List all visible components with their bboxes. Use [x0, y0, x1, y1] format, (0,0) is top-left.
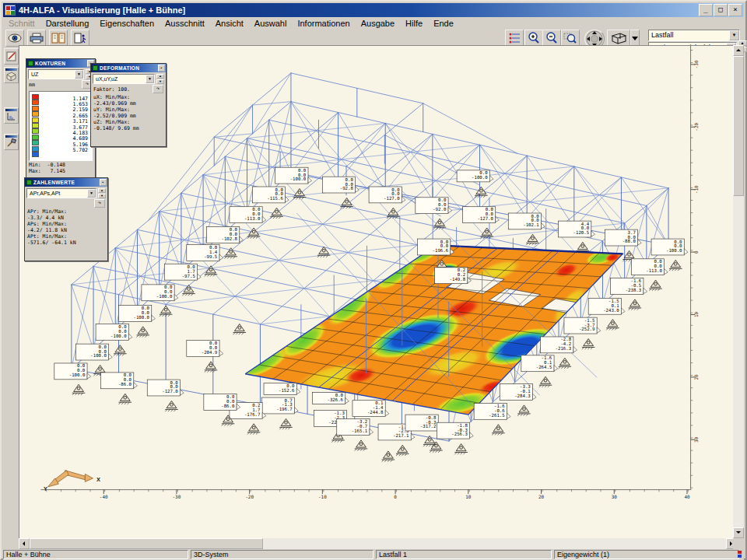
sketch-tool-button[interactable]	[4, 48, 19, 65]
zoom-window-button[interactable]	[561, 30, 580, 47]
node-value-label: 0.0-326.6	[313, 393, 349, 404]
maximize-button[interactable]: □	[714, 4, 728, 16]
scale-color-9	[32, 146, 39, 152]
menu-informationen[interactable]: Informationen	[292, 18, 355, 29]
support-icon	[355, 440, 368, 451]
zahlenwerte-row-value: -571.6/ -64.1 kN	[27, 240, 105, 246]
node-value-label: 0.00.0-92.0	[416, 198, 452, 214]
svg-text:-252.9: -252.9	[579, 327, 595, 331]
menu-ende[interactable]: Ende	[428, 18, 459, 29]
view-3d-dropdown[interactable]	[630, 30, 640, 47]
left-toolbar	[3, 47, 19, 535]
menu-eigenschaften[interactable]: Eigenschaften	[94, 18, 160, 29]
svg-text:-113.0: -113.0	[244, 216, 261, 221]
vscroll-thumb[interactable]	[733, 56, 744, 196]
svg-text:-204.9: -204.9	[202, 350, 218, 355]
menu-hilfe[interactable]: Hilfe	[400, 18, 428, 29]
scale-color-4	[32, 117, 39, 123]
zoom-in-button[interactable]	[524, 30, 543, 47]
zoom-out-button[interactable]	[542, 30, 561, 47]
print-button[interactable]	[27, 30, 46, 47]
node-value-label: 0.00.0-100.0	[651, 239, 688, 255]
scroll-down-icon[interactable]	[733, 527, 744, 538]
node-value-label: 0.00.0-100.0	[119, 306, 156, 322]
vertical-scrollbar[interactable]	[733, 45, 744, 538]
svg-text:-326.6: -326.6	[327, 397, 343, 402]
svg-text:-115.6: -115.6	[267, 196, 283, 201]
menu-ausschnitt[interactable]: Ausschnitt	[160, 18, 210, 29]
close-button[interactable]: ×	[728, 4, 742, 16]
zahlenwerte-title[interactable]: ZAHLENWERTE▪	[25, 178, 107, 187]
konturen-title[interactable]: KONTUREN▪	[26, 59, 95, 68]
node-value-label: 0.00.0-86.0	[101, 373, 138, 389]
svg-text:-243.0: -243.0	[603, 308, 619, 313]
deformation-dropdown[interactable]: uX,uY,uZ▼	[93, 74, 155, 84]
svg-text:-165.1: -165.1	[352, 429, 368, 433]
close-icon[interactable]: ▪	[100, 179, 107, 186]
deformation-panel: DEFORMATION▪ uX,uY,uZ▼ ▲▼ Faktor: 100.↷ …	[90, 63, 167, 147]
deformation-title[interactable]: DEFORMATION▪	[91, 64, 166, 72]
node-value-label: 0.00.0-127.0	[147, 380, 184, 396]
scale-color-10	[32, 152, 39, 157]
status-lastfall: Lastfall 1	[376, 550, 552, 559]
panel-icon	[93, 65, 98, 71]
node-value-label: -1.50.1-243.0	[588, 298, 625, 314]
svg-text:-100.0: -100.0	[90, 353, 107, 358]
chevron-down-icon[interactable]: ▼	[87, 189, 96, 198]
view-3d-button[interactable]	[607, 30, 630, 47]
support-icon	[517, 405, 531, 416]
hammer-tool-button[interactable]	[4, 134, 19, 150]
apply-button[interactable]: ↷	[153, 85, 163, 93]
node-value-label: -3.3-0.1-284.3	[500, 384, 536, 401]
svg-text:-216.3: -216.3	[556, 346, 572, 351]
svg-text:-127.0: -127.0	[477, 216, 493, 221]
hscroll-thumb[interactable]	[30, 538, 263, 549]
node-value-label: 0.00.0-92.8	[322, 177, 359, 193]
scroll-left-icon[interactable]	[19, 538, 30, 549]
close-icon[interactable]: ▪	[158, 65, 165, 72]
menu-ansicht[interactable]: Ansicht	[210, 18, 249, 29]
chevron-down-icon[interactable]: ▼	[75, 70, 83, 79]
toolbar: Lastfall▼ 1: Eigengewicht (1)▼ ▲▼	[3, 30, 744, 47]
menu-auswahl[interactable]: Auswahl	[249, 18, 293, 29]
svg-text:-88.0: -88.0	[622, 239, 637, 243]
svg-text:-152.6: -152.6	[279, 388, 295, 393]
y-axis-label: Y	[44, 485, 47, 492]
book-button[interactable]	[49, 30, 68, 47]
menu-darstellung[interactable]: Darstellung	[40, 18, 95, 29]
scale-color-3	[32, 111, 39, 117]
node-value-label: 0.00.0-115.6	[252, 187, 289, 203]
visibility-tree-button[interactable]	[505, 30, 524, 47]
model-box-button[interactable]	[4, 67, 19, 83]
konturen-min: Min: -0.148	[29, 163, 93, 168]
drawing-canvas[interactable]: 0.00.0-100.00.00.0-115.60.00.0-113.00.00…	[19, 45, 737, 538]
konturen-dropdown[interactable]: UZ▼	[28, 69, 84, 79]
zahlenwerte-spinner[interactable]: ▲▼	[98, 188, 106, 198]
scroll-up-icon[interactable]	[733, 45, 744, 56]
chevron-down-icon[interactable]: ▼	[729, 30, 739, 40]
chevron-down-icon[interactable]: ▼	[146, 75, 154, 83]
konturen-unit: mm	[29, 82, 35, 88]
konturen-max: Max: 7.145	[29, 169, 93, 174]
deformation-row-value: -2.52/0.909 mm	[93, 114, 163, 119]
zahlenwerte-row-label: APr: Min/Max:	[27, 209, 105, 215]
minimize-button[interactable]: _	[699, 4, 713, 16]
ruler-label: 0	[693, 250, 699, 254]
scale-color-5	[32, 123, 39, 128]
svg-text:-196.7: -196.7	[276, 407, 293, 411]
status-project: Halle + Bühne	[3, 550, 188, 559]
svg-text:-284.3: -284.3	[514, 394, 531, 398]
node-value-label: 0.00.0-113.0	[230, 207, 266, 223]
status-bar: Halle + Bühne 3D-System Lastfall 1 Eigen…	[3, 549, 744, 560]
menu-ausgabe[interactable]: Ausgabe	[356, 18, 400, 29]
zahlenwerte-dropdown[interactable]: APr,APs,APt▼	[26, 188, 96, 198]
deformation-spinner[interactable]: ▲▼	[156, 74, 164, 84]
lastfall-combo[interactable]: Lastfall▼	[648, 30, 740, 41]
horizontal-scrollbar[interactable]	[19, 538, 737, 549]
svg-text:-102.8: -102.8	[221, 236, 237, 241]
svg-text:-97.5: -97.5	[182, 274, 195, 278]
view-eye-button[interactable]	[5, 30, 24, 47]
dimension-tool-button[interactable]	[4, 107, 19, 124]
exit-door-button[interactable]	[71, 30, 89, 47]
apply-button[interactable]: ↷	[94, 199, 105, 208]
